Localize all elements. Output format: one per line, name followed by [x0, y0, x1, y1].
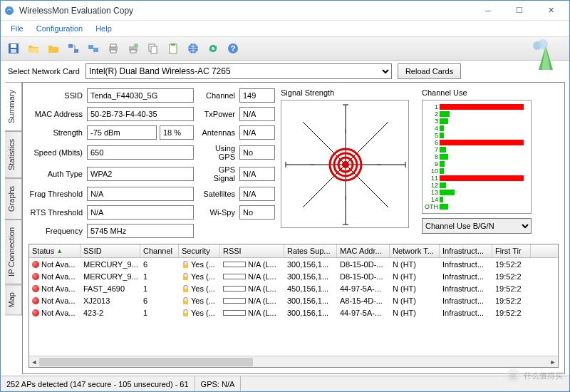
computers-icon[interactable]: [85, 40, 102, 57]
svg-rect-41: [183, 313, 188, 316]
connect-icon[interactable]: [65, 40, 82, 57]
globe-icon[interactable]: [185, 40, 202, 57]
svg-rect-7: [93, 48, 98, 52]
maximize-button[interactable]: ☐: [504, 1, 535, 20]
folder2-icon[interactable]: [45, 40, 62, 57]
using-gps-value: No: [239, 145, 275, 160]
column-header[interactable]: Security: [179, 244, 220, 257]
channel-label: Channel: [197, 91, 237, 100]
save-icon[interactable]: [5, 40, 22, 57]
menu-file[interactable]: File: [5, 23, 29, 34]
channel-bar-row: 13: [424, 189, 529, 196]
status-aps: 252 APs detected (147 secure - 105 unsec…: [1, 376, 195, 391]
lock-icon: [182, 273, 189, 280]
column-header[interactable]: Network T...: [390, 244, 440, 257]
clipboard-icon[interactable]: [165, 40, 182, 57]
status-dot-icon: [32, 285, 39, 292]
channel-bar-row: 11: [424, 175, 529, 182]
column-header[interactable]: First Tir: [492, 244, 531, 257]
satellites-value: N/A: [239, 187, 275, 201]
column-header[interactable]: MAC Addr...: [337, 244, 390, 257]
copy-icon[interactable]: [145, 40, 162, 57]
svg-rect-4: [68, 44, 73, 48]
lock-icon: [182, 261, 189, 268]
auth-label: Auth Type: [28, 170, 84, 178]
lock-icon: [182, 309, 189, 316]
satellites-label: Satellites: [197, 190, 237, 198]
menu-help[interactable]: Help: [90, 23, 118, 34]
rts-value: N/A: [87, 205, 194, 220]
menu-configuration[interactable]: Configuration: [31, 23, 88, 34]
svg-rect-2: [11, 44, 16, 48]
print2-icon[interactable]: [125, 40, 142, 57]
freq-value: 5745 MHz: [87, 224, 194, 238]
column-header[interactable]: Rates Sup...: [284, 244, 337, 257]
wispy-value: No: [239, 205, 275, 220]
freq-label: Frequency: [28, 227, 84, 235]
minimize-button[interactable]: ─: [472, 1, 504, 20]
print-icon[interactable]: [105, 40, 122, 57]
strength-dbm: -75 dBm: [87, 125, 157, 140]
tab-statistics[interactable]: Statistics: [5, 131, 22, 178]
reload-cards-button[interactable]: Reload Cards: [398, 63, 461, 79]
svg-rect-37: [183, 264, 188, 268]
svg-text:值: 值: [509, 372, 517, 380]
svg-rect-38: [183, 277, 188, 280]
column-header[interactable]: RSSI: [220, 244, 284, 257]
speed-value: 650: [87, 145, 194, 160]
svg-rect-15: [151, 46, 157, 53]
column-header[interactable]: SSID: [81, 244, 140, 257]
table-row[interactable]: Not Ava...XJ20136Yes (...N/A (L...300,15…: [29, 294, 558, 306]
svg-rect-40: [183, 301, 188, 304]
svg-rect-9: [110, 44, 116, 47]
status-dot-icon: [32, 309, 39, 316]
network-card-select[interactable]: Intel(R) Dual Band Wireless-AC 7265: [86, 63, 392, 79]
column-header[interactable]: Infrastruct...: [440, 244, 492, 257]
table-body[interactable]: Not Ava...MERCURY_9...6Yes (...N/A (L...…: [29, 258, 558, 356]
signal-strength-header: Signal Strength: [281, 88, 416, 97]
scroll-thumb[interactable]: [39, 358, 253, 366]
refresh-icon[interactable]: [204, 40, 222, 57]
tab-graphs[interactable]: Graphs: [5, 178, 22, 220]
tab-summary[interactable]: Summary: [5, 82, 22, 131]
channel-use-select[interactable]: Channel Use B/G/N: [422, 218, 532, 234]
close-button[interactable]: ✕: [535, 1, 566, 20]
rts-label: RTS Threshold: [28, 208, 84, 217]
tab-ip-connection[interactable]: IP Connection: [5, 220, 22, 284]
svg-point-13: [134, 43, 138, 48]
horizontal-scrollbar[interactable]: ◄ ►: [29, 356, 558, 367]
channel-use-header: Channel Use: [422, 88, 532, 97]
side-tabs: Summary Statistics Graphs IP Connection …: [5, 82, 22, 374]
open-icon[interactable]: [25, 40, 42, 57]
table-row[interactable]: Not Ava...MERCURY_9...6Yes (...N/A (L...…: [29, 258, 558, 270]
strength-label: Strength: [28, 128, 84, 137]
network-card-row: Select Network Card Intel(R) Dual Band W…: [1, 61, 569, 82]
channel-bar-row: 14: [424, 196, 529, 203]
channel-bar-row: 5: [424, 132, 529, 139]
rssi-bar-icon: [223, 298, 246, 304]
scroll-right-icon[interactable]: ►: [548, 356, 558, 368]
column-header[interactable]: Channel: [140, 244, 179, 257]
svg-rect-6: [88, 45, 93, 49]
gps-signal-label: GPS Signal: [197, 165, 237, 182]
txpower-label: TxPower: [197, 110, 237, 118]
column-header[interactable]: Status▲: [29, 244, 81, 257]
table-row[interactable]: Not Ava...MERCURY_9...1Yes (...N/A (L...…: [29, 270, 558, 282]
tab-map[interactable]: Map: [5, 284, 22, 315]
table-row[interactable]: Not Ava...423-21Yes (...N/A (L...300,156…: [29, 306, 558, 319]
scroll-left-icon[interactable]: ◄: [29, 356, 39, 368]
using-gps-label: Using GPS: [197, 144, 237, 161]
channel-bar-row: 10: [424, 167, 529, 175]
mac-label: MAC Address: [28, 110, 84, 118]
svg-rect-3: [11, 49, 16, 53]
menubar: File Configuration Help: [1, 21, 569, 36]
svg-point-0: [5, 6, 14, 15]
help-icon[interactable]: ?: [224, 40, 242, 57]
app-icon: [4, 5, 15, 16]
antennas-value: N/A: [239, 125, 275, 140]
svg-rect-12: [130, 50, 136, 53]
channel-bar-row: 4: [424, 125, 529, 132]
table-row[interactable]: Not Ava...FAST_46901Yes (...N/A (L...450…: [29, 282, 558, 294]
svg-rect-10: [110, 50, 116, 53]
channel-use-chart: 1234567891011121314OTH: [422, 100, 532, 214]
